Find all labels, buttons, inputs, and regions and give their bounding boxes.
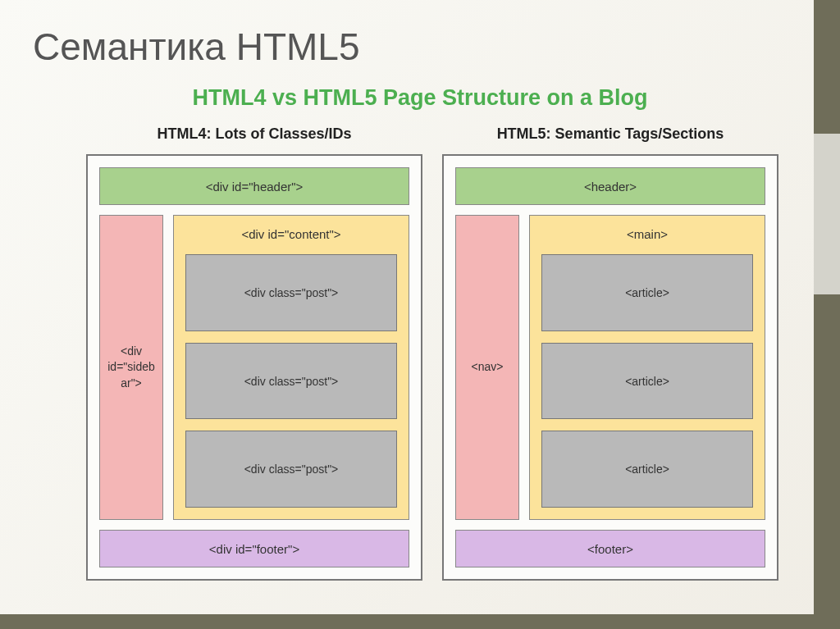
html4-post-box: <div class="post"> bbox=[185, 343, 397, 420]
html5-nav-box: <nav> bbox=[455, 215, 519, 520]
slide: Семантика HTML5 HTML4 vs HTML5 Page Stru… bbox=[0, 0, 840, 629]
page-title: Семантика HTML5 bbox=[33, 25, 807, 69]
html5-frame: <header> <nav> <main> <article> <article… bbox=[442, 154, 778, 581]
html4-content-label: <div id="content"> bbox=[185, 224, 397, 243]
decor-stripe-bottom bbox=[0, 614, 840, 629]
html4-post-box: <div class="post"> bbox=[185, 254, 397, 331]
html5-column: HTML5: Semantic Tags/Sections <header> <… bbox=[442, 125, 778, 581]
html5-header-box: <header> bbox=[455, 167, 765, 205]
html5-main-box: <main> <article> <article> <article> bbox=[529, 215, 765, 520]
html5-article-box: <article> bbox=[541, 254, 753, 331]
diagram-columns: HTML4: Lots of Classes/IDs <div id="head… bbox=[33, 125, 807, 581]
html4-content-box: <div id="content"> <div class="post"> <d… bbox=[173, 215, 409, 520]
html4-frame: <div id="header"> <div id="sideb ar"> <d… bbox=[86, 154, 422, 581]
html4-header-box: <div id="header"> bbox=[99, 167, 409, 205]
html5-article-box: <article> bbox=[541, 343, 753, 420]
html4-sidebar-box: <div id="sideb ar"> bbox=[99, 215, 163, 520]
html5-mid-row: <nav> <main> <article> <article> <articl… bbox=[455, 215, 765, 520]
html4-mid-row: <div id="sideb ar"> <div id="content"> <… bbox=[99, 215, 409, 520]
decor-stripe-right bbox=[814, 0, 840, 629]
diagram-title: HTML4 vs HTML5 Page Structure on a Blog bbox=[66, 85, 774, 111]
html4-footer-box: <div id="footer"> bbox=[99, 530, 409, 567]
html5-col-title: HTML5: Semantic Tags/Sections bbox=[442, 125, 778, 143]
html4-post-box: <div class="post"> bbox=[185, 431, 397, 508]
html5-article-box: <article> bbox=[541, 431, 753, 508]
html4-column: HTML4: Lots of Classes/IDs <div id="head… bbox=[86, 125, 422, 581]
html5-footer-box: <footer> bbox=[455, 530, 765, 567]
html4-col-title: HTML4: Lots of Classes/IDs bbox=[86, 125, 422, 143]
html5-main-label: <main> bbox=[541, 224, 753, 243]
